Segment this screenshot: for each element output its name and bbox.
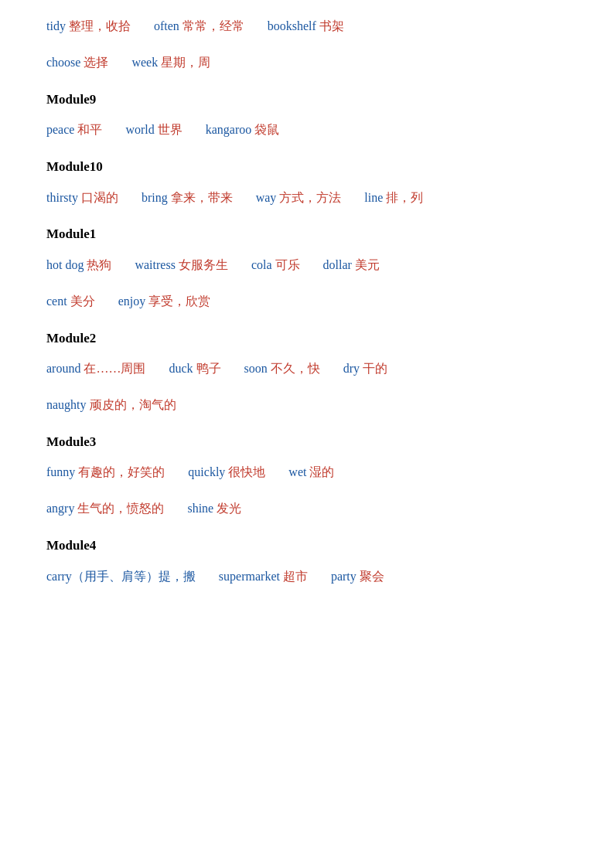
word-english: around	[46, 362, 80, 375]
vocab-line-line3: peace 和平 world 世界 kangaroo 袋鼠	[46, 119, 568, 141]
word-chinese: 拿来，带来	[171, 191, 233, 204]
word-separator	[300, 254, 323, 277]
word-english: often	[154, 19, 179, 32]
word-group: tidy 整理，收拾	[46, 19, 131, 32]
word-group: soon 不久，快	[244, 362, 320, 375]
word-english: party	[331, 570, 356, 583]
word-chinese: 湿的	[309, 465, 334, 478]
word-chinese: 有趣的，好笑的	[78, 465, 165, 478]
vocab-line-line2: choose 选择 week 星期，周	[46, 52, 568, 74]
word-chinese: 在……周围	[84, 362, 145, 375]
module-header-mod3: Module3	[46, 431, 568, 454]
word-english: wet	[288, 465, 306, 478]
word-separator	[320, 358, 343, 380]
main-content: tidy 整理，收拾 often 常常，经常 bookshelf 书架choos…	[46, 15, 568, 587]
word-chinese: 常常，经常	[182, 19, 244, 32]
word-group: thirsty 口渴的	[46, 191, 118, 204]
vocab-line-line11: carry（用手、肩等）提，搬 supermarket 超市 party 聚会	[46, 566, 568, 588]
word-group: kangaroo 袋鼠	[206, 123, 280, 136]
word-group: wet 湿的	[288, 465, 334, 478]
word-group: dry 干的	[343, 362, 387, 375]
word-english: hot dog	[46, 258, 84, 271]
word-chinese: 美元	[355, 258, 380, 271]
word-english: enjoy	[118, 294, 146, 308]
module-header-mod10: Module10	[46, 155, 568, 179]
word-separator	[111, 254, 135, 277]
word-group: waitress 女服务生	[135, 258, 227, 271]
word-separator	[182, 119, 206, 141]
word-chinese: 聚会	[360, 570, 384, 583]
word-group: party 聚会	[331, 570, 384, 583]
module-header-mod2: Module2	[46, 327, 568, 351]
word-chinese: 热狗	[87, 258, 111, 271]
word-separator	[196, 566, 219, 588]
vocab-line-line8: naughty 顽皮的，淘气的	[46, 394, 568, 417]
word-english: cent	[46, 294, 67, 308]
word-english: angry	[46, 502, 74, 515]
word-group: duck 鸭子	[169, 362, 220, 375]
word-group: peace 和平	[46, 123, 102, 136]
word-chinese: 方式，方法	[279, 191, 341, 204]
word-chinese: 生气的，愤怒的	[77, 502, 164, 515]
word-chinese: 顽皮的，淘气的	[90, 398, 176, 411]
vocab-line-line9: funny 有趣的，好笑的 quickly 很快地 wet 湿的	[46, 461, 568, 484]
word-group: angry 生气的，愤怒的	[46, 502, 164, 515]
word-group: cent 美分	[46, 294, 95, 308]
word-chinese: 超市	[283, 570, 308, 583]
word-chinese: 世界	[158, 123, 182, 136]
word-group: bring 拿来，带来	[142, 191, 233, 204]
word-english: quickly	[188, 465, 225, 478]
word-group: often 常常，经常	[154, 19, 244, 32]
word-group: shine 发光	[187, 502, 241, 515]
word-chinese: 不久，快	[271, 362, 320, 375]
word-chinese: 女服务生	[179, 258, 228, 271]
word-separator	[244, 15, 268, 38]
word-english: week	[131, 56, 158, 69]
word-english: choose	[46, 56, 80, 69]
word-english: dollar	[323, 258, 352, 271]
word-english: shine	[187, 502, 213, 515]
word-english: carry（用手、肩等）提，搬	[46, 570, 196, 583]
word-group: enjoy 享受，欣赏	[118, 294, 211, 308]
word-chinese: 鸭子	[196, 362, 221, 375]
word-separator	[108, 52, 131, 74]
vocab-line-line1: tidy 整理，收拾 often 常常，经常 bookshelf 书架	[46, 15, 568, 38]
word-english: supermarket	[219, 570, 280, 583]
word-english: naughty	[46, 398, 87, 411]
word-chinese: 可乐	[275, 258, 300, 271]
word-english: dry	[343, 362, 360, 375]
word-separator	[233, 187, 256, 209]
word-english: soon	[244, 362, 268, 375]
vocab-line-line5: hot dog 热狗 waitress 女服务生 cola 可乐 dollar …	[46, 254, 568, 277]
word-english: kangaroo	[206, 123, 252, 136]
word-separator	[265, 461, 288, 484]
word-separator	[308, 566, 331, 588]
word-english: thirsty	[46, 191, 78, 204]
word-group: cola 可乐	[251, 258, 300, 271]
word-chinese: 干的	[363, 362, 387, 375]
word-group: bookshelf 书架	[268, 19, 344, 32]
word-english: world	[125, 123, 154, 136]
word-group: week 星期，周	[131, 56, 210, 69]
word-english: cola	[251, 258, 272, 271]
module-header-mod4: Module4	[46, 534, 568, 558]
word-chinese: 书架	[319, 19, 344, 32]
word-group: world 世界	[125, 123, 182, 136]
word-english: line	[364, 191, 383, 204]
word-english: tidy	[46, 19, 66, 32]
word-chinese: 享受，欣赏	[148, 294, 210, 308]
vocab-line-line6: cent 美分 enjoy 享受，欣赏	[46, 291, 568, 313]
word-separator	[95, 291, 118, 313]
word-english: peace	[46, 123, 74, 136]
word-group: around 在……周围	[46, 362, 145, 375]
word-group: quickly 很快地	[188, 465, 265, 478]
word-chinese: 排，列	[386, 191, 423, 204]
word-separator	[102, 119, 125, 141]
word-english: bookshelf	[268, 19, 316, 32]
word-chinese: 口渴的	[81, 191, 118, 204]
word-english: waitress	[135, 258, 175, 271]
word-group: choose 选择	[46, 56, 108, 69]
vocab-line-line10: angry 生气的，愤怒的 shine 发光	[46, 498, 568, 520]
word-group: funny 有趣的，好笑的	[46, 465, 165, 478]
word-separator	[228, 254, 251, 277]
